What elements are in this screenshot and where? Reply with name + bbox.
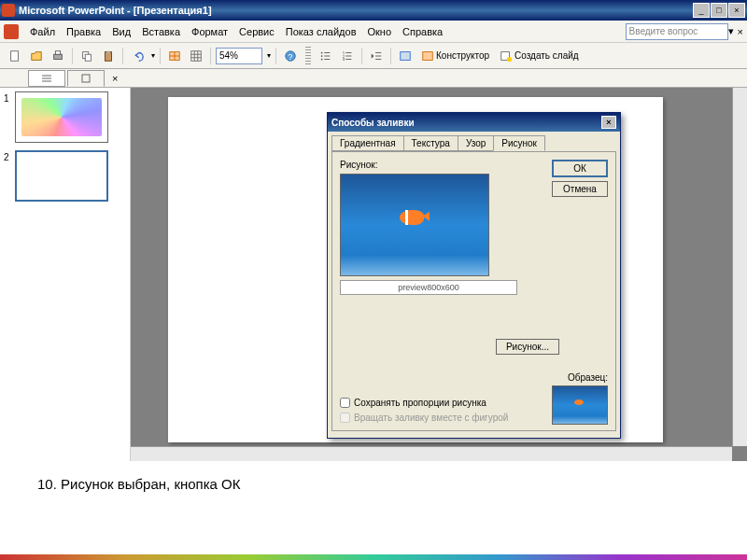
svg-point-35: [507, 56, 512, 61]
tab-texture[interactable]: Текстура: [403, 135, 458, 151]
tab-gradient[interactable]: Градиентная: [331, 135, 404, 151]
menu-bar: Файл Правка Вид Вставка Формат Сервис По…: [0, 21, 747, 43]
ok-button[interactable]: ОК: [552, 160, 608, 177]
dialog-close-button[interactable]: ×: [601, 116, 616, 129]
zoom-dropdown-icon[interactable]: ▾: [267, 51, 271, 60]
svg-point-17: [321, 51, 323, 53]
bullets-button[interactable]: [317, 47, 335, 65]
menu-help[interactable]: Справка: [397, 24, 448, 39]
dialog-tabs: Градиентная Текстура Узор Рисунок: [328, 132, 620, 151]
svg-rect-4: [85, 54, 91, 61]
toolbar-separator: [160, 48, 161, 64]
window-title: Microsoft PowerPoint - [Презентация1]: [19, 5, 692, 16]
undo-dropdown-icon[interactable]: ▾: [151, 51, 155, 60]
new-slide-label: Создать слайд: [514, 50, 579, 61]
toolbar-grip[interactable]: [305, 47, 311, 65]
slide-layout-button[interactable]: [396, 47, 415, 65]
grid-button[interactable]: [187, 47, 205, 65]
select-picture-button[interactable]: Рисунок...: [496, 339, 559, 355]
designer-icon: [421, 49, 434, 63]
search-dropdown-icon[interactable]: ▾: [728, 25, 734, 37]
rotate-fill-checkbox: [340, 413, 350, 423]
tab-picture[interactable]: Рисунок: [493, 135, 545, 151]
rotate-fill-label: Вращать заливку вместе с фигурой: [354, 413, 508, 423]
menu-tools[interactable]: Сервис: [233, 24, 280, 39]
menu-window[interactable]: Окно: [362, 24, 398, 39]
svg-point-21: [321, 58, 323, 60]
restore-button[interactable]: □: [711, 3, 727, 18]
sample-label: Образец:: [568, 372, 608, 383]
preview-filename: preview800x600: [340, 280, 517, 295]
menu-file[interactable]: Файл: [24, 24, 61, 39]
rotate-fill-checkbox-row: Вращать заливку вместе с фигурой: [340, 413, 508, 423]
horizontal-scrollbar[interactable]: [131, 446, 732, 461]
new-slide-button[interactable]: Создать слайд: [496, 48, 583, 64]
thumbnail-image[interactable]: [15, 91, 108, 143]
document-close-button[interactable]: ×: [738, 26, 743, 37]
picture-preview: [340, 174, 489, 276]
menu-view[interactable]: Вид: [106, 24, 136, 39]
help-button[interactable]: ?: [281, 47, 300, 65]
svg-rect-10: [191, 50, 202, 61]
dialog-body: Рисунок: preview800x600 ОК Отмена Рисуно…: [331, 151, 616, 431]
decorative-color-strip: [0, 554, 747, 560]
slides-tab[interactable]: [67, 70, 105, 87]
tables-button[interactable]: [165, 47, 184, 65]
menu-insert[interactable]: Вставка: [136, 24, 186, 39]
slide-thumbnails-panel: 1 2: [0, 88, 131, 461]
svg-rect-1: [54, 54, 63, 59]
svg-rect-2: [55, 50, 60, 54]
open-button[interactable]: [27, 47, 46, 65]
close-button[interactable]: ×: [728, 3, 745, 18]
outdent-button[interactable]: [367, 47, 386, 65]
fill-effects-dialog: Способы заливки × Градиентная Текстура У…: [327, 112, 621, 439]
cancel-button[interactable]: Отмена: [552, 181, 608, 197]
undo-button[interactable]: [128, 47, 147, 65]
paste-button[interactable]: [99, 47, 118, 65]
thumbnail-image[interactable]: [15, 150, 108, 202]
powerpoint-icon: [2, 4, 15, 17]
help-search-input[interactable]: Введите вопрос: [626, 23, 728, 40]
toolbar-separator: [390, 48, 391, 64]
svg-text:?: ?: [289, 51, 293, 61]
dialog-title-text: Способы заливки: [331, 118, 415, 128]
app-name-text: Microsoft PowerPoint: [19, 5, 124, 16]
svg-point-19: [321, 55, 323, 57]
zoom-input[interactable]: 54%: [216, 48, 262, 64]
designer-button[interactable]: Конструктор: [417, 48, 493, 64]
svg-text:3: 3: [343, 57, 345, 62]
app-menu-icon[interactable]: [4, 24, 19, 39]
panel-close-button[interactable]: ×: [112, 73, 118, 84]
preserve-aspect-checkbox[interactable]: [340, 398, 350, 408]
fish-graphic: [400, 210, 424, 225]
new-doc-button[interactable]: [6, 47, 24, 65]
vertical-scrollbar[interactable]: [732, 88, 747, 446]
color-fan-graphic: [21, 98, 102, 136]
instruction-caption: 10. Рисунок выбран, кнопка ОК: [0, 461, 747, 507]
sample-preview: [552, 385, 608, 425]
copy-button[interactable]: [78, 47, 96, 65]
toolbar-separator: [275, 48, 276, 64]
print-button[interactable]: [49, 47, 67, 65]
svg-rect-6: [106, 50, 110, 53]
toolbar-separator: [210, 48, 211, 64]
menu-slideshow[interactable]: Показ слайдов: [280, 24, 362, 39]
preserve-aspect-checkbox-row: Сохранять пропорции рисунка: [340, 398, 486, 408]
standard-toolbar: ▾ 54% ▾ ? 123 Конструктор Создать слайд: [0, 43, 747, 69]
slide-thumbnail[interactable]: 2: [4, 150, 126, 202]
slide-thumbnail[interactable]: 1: [4, 91, 126, 143]
menu-edit[interactable]: Правка: [61, 24, 106, 39]
svg-rect-0: [11, 50, 19, 61]
tab-pattern[interactable]: Узор: [458, 135, 494, 151]
svg-rect-39: [82, 75, 90, 82]
slide-panel-tabs: ×: [0, 69, 747, 88]
slide-number: 2: [4, 150, 15, 202]
outline-tab[interactable]: [28, 70, 65, 87]
svg-rect-32: [401, 51, 411, 60]
new-slide-icon: [500, 49, 513, 63]
window-titlebar: Microsoft PowerPoint - [Презентация1] _ …: [0, 0, 747, 21]
dialog-titlebar[interactable]: Способы заливки ×: [328, 113, 620, 132]
menu-format[interactable]: Формат: [186, 24, 233, 39]
minimize-button[interactable]: _: [693, 3, 710, 18]
numbered-list-button[interactable]: 123: [338, 47, 357, 65]
